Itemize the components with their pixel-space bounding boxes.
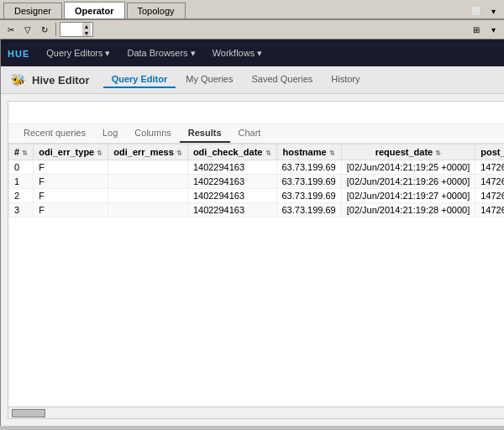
table-header-row: # ⇅ odi_err_type ⇅ odi_err_mess ⇅ odi_ch… <box>9 144 505 160</box>
table-cell: 63.73.199.69 <box>276 175 341 189</box>
col-odi-err-type[interactable]: odi_err_type ⇅ <box>34 144 108 160</box>
toolbar-separator <box>55 23 56 36</box>
results-table: # ⇅ odi_err_type ⇅ odi_err_mess ⇅ odi_ch… <box>8 144 504 218</box>
table-row: 3F140229416363.73.199.69[02/Jun/2014:21:… <box>9 203 505 218</box>
spinner-up[interactable]: ▲ <box>82 23 91 29</box>
table-cell: 14726 <box>475 203 504 218</box>
nav-data-browsers[interactable]: Data Browsers ▾ <box>120 45 202 62</box>
results-tab-results[interactable]: Results <box>180 124 230 143</box>
nav-data-browsers-arrow: ▾ <box>191 48 196 59</box>
table-cell: F <box>34 175 108 189</box>
toolbar-view-icon[interactable]: ⊞ <box>469 22 484 37</box>
maximize-icon[interactable]: ⬜ <box>469 3 484 18</box>
table-cell: 14726 <box>475 175 504 189</box>
hscroll-bar[interactable] <box>8 406 504 418</box>
nav-workflows-label: Workflows <box>213 48 255 58</box>
operator-toolbar: ✂ ▽ ↻ 5 ▲ ▼ ⊞ ▾ <box>0 20 504 39</box>
table-row: 0F140229416363.73.199.69[02/Jun/2014:21:… <box>9 160 505 175</box>
results-tab-recent[interactable]: Recent queries <box>15 124 94 143</box>
table-cell: 2 <box>9 189 34 203</box>
results-tab-columns[interactable]: Columns <box>126 124 179 143</box>
hive-editor-bee-icon: 🐝 <box>11 73 25 87</box>
table-row: 2F140229416363.73.199.69[02/Jun/2014:21:… <box>9 189 505 203</box>
table-cell: 1402294163 <box>187 175 276 189</box>
query-toolbar: 📋 📋 💾 ✏ <box>8 102 504 124</box>
nav-data-browsers-label: Data Browsers <box>127 48 187 58</box>
results-tab-chart[interactable]: Chart <box>230 124 270 143</box>
col-odi-check-date[interactable]: odi_check_date ⇅ <box>187 144 276 160</box>
toolbar-filter-icon[interactable]: ▽ <box>20 22 35 37</box>
table-cell: [02/Jun/2014:21:19:27 +0000] <box>341 189 475 203</box>
hue-nav: HUE Query Editors ▾ Data Browsers ▾ Work… <box>1 39 504 66</box>
results-table-wrap[interactable]: # ⇅ odi_err_type ⇅ odi_err_mess ⇅ odi_ch… <box>8 144 504 406</box>
table-cell: [02/Jun/2014:21:19:28 +0000] <box>341 203 475 218</box>
tab-operator[interactable]: Operator <box>64 2 124 18</box>
table-cell <box>108 189 188 203</box>
hue-logo: HUE <box>8 46 29 60</box>
table-cell: 1402294163 <box>187 189 276 203</box>
tab-designer[interactable]: Designer <box>3 3 62 18</box>
results-tab-log[interactable]: Log <box>94 124 126 143</box>
table-cell: F <box>34 189 108 203</box>
main-area: Session List 📅 Date 🖥 Agent ⬛ Local (No … <box>0 39 504 426</box>
col-odi-err-mess[interactable]: odi_err_mess ⇅ <box>108 144 188 160</box>
table-cell: 63.73.199.69 <box>276 189 341 203</box>
hive-subtab-history[interactable]: History <box>323 71 368 88</box>
table-cell: [02/Jun/2014:21:19:25 +0000] <box>341 160 475 175</box>
table-cell: 1402294163 <box>187 203 276 218</box>
table-cell: 14726 <box>475 160 504 175</box>
nav-query-editors[interactable]: Query Editors ▾ <box>39 45 117 62</box>
hive-sub-tabs: Query Editor My Queries Saved Queries Hi… <box>103 71 369 88</box>
session-list-header: Session List <box>0 39 1 64</box>
table-cell: 1 <box>9 175 34 189</box>
spinner-down[interactable]: ▼ <box>82 29 91 36</box>
tree: 📅 Date 🖥 Agent ⬛ Local (No Agent) - 8 📦 … <box>0 64 1 322</box>
results-tbody: 0F140229416363.73.199.69[02/Jun/2014:21:… <box>9 160 505 218</box>
hive-editor-header: 🐝 Hive Editor Query Editor My Queries Sa… <box>1 66 504 94</box>
nav-query-editors-label: Query Editors <box>46 48 102 58</box>
col-request-date[interactable]: request_date ⇅ <box>341 144 475 160</box>
table-cell <box>108 203 188 218</box>
hive-subtab-query-editor[interactable]: Query Editor <box>103 71 176 88</box>
table-cell: 14726 <box>475 189 504 203</box>
spinner-box: 5 ▲ ▼ <box>60 22 93 37</box>
nav-workflows-arrow: ▾ <box>257 48 262 59</box>
col-post-id[interactable]: post_id ⇅ <box>475 144 504 160</box>
table-cell: 0 <box>9 160 34 175</box>
hive-subtab-saved-queries[interactable]: Saved Queries <box>244 71 322 88</box>
col-num[interactable]: # ⇅ <box>9 144 34 160</box>
query-area: 📋 📋 💾 ✏ Recent queries Log Columns Resul… <box>8 101 504 419</box>
table-row: 1F140229416363.73.199.69[02/Jun/2014:21:… <box>9 175 505 189</box>
toolbar-refresh-icon[interactable]: ↻ <box>37 22 52 37</box>
table-cell: 3 <box>9 203 34 218</box>
table-cell: 1402294163 <box>187 160 276 175</box>
right-panel: HUE Query Editors ▾ Data Browsers ▾ Work… <box>1 39 504 426</box>
top-tab-bar: Designer Operator Topology ⬜ ▾ <box>0 0 504 20</box>
tab-topology[interactable]: Topology <box>127 3 186 18</box>
col-hostname[interactable]: hostname ⇅ <box>276 144 341 160</box>
table-cell <box>108 175 188 189</box>
toolbar-menu-icon[interactable]: ▾ <box>486 22 501 37</box>
hive-editor-title: Hive Editor <box>32 74 90 87</box>
hscroll-thumb[interactable] <box>12 409 45 417</box>
table-cell: F <box>34 160 108 175</box>
table-cell <box>108 160 188 175</box>
left-panel[interactable]: Session List 📅 Date 🖥 Agent ⬛ Local (No … <box>0 39 1 426</box>
nav-workflows[interactable]: Workflows ▾ <box>206 45 270 62</box>
hive-subtab-my-queries[interactable]: My Queries <box>177 71 241 88</box>
table-cell: 63.73.199.69 <box>276 203 341 218</box>
table-cell: 63.73.199.69 <box>276 160 341 175</box>
nav-query-editors-arrow: ▾ <box>105 48 110 59</box>
toolbar-cut-icon[interactable]: ✂ <box>3 22 18 37</box>
table-cell: [02/Jun/2014:21:19:26 +0000] <box>341 175 475 189</box>
spinner-input[interactable]: 5 <box>62 24 82 34</box>
results-tabs: Recent queries Log Columns Results Chart <box>8 124 504 144</box>
dropdown-icon[interactable]: ▾ <box>486 3 501 18</box>
table-cell: F <box>34 203 108 218</box>
spinner-buttons: ▲ ▼ <box>82 23 91 36</box>
